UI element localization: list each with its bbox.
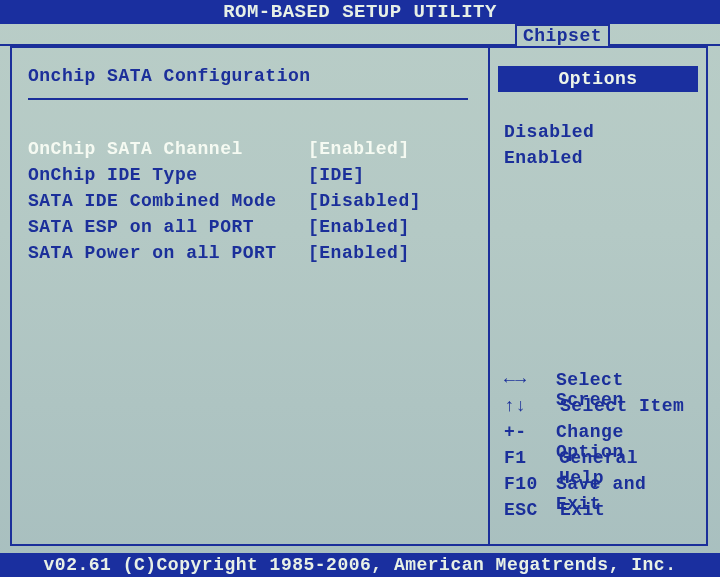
hint-key: ←→ — [504, 370, 556, 396]
option-enabled[interactable]: Enabled — [504, 148, 692, 174]
hint-key: +- — [504, 422, 556, 448]
key-hints: ←→ Select Screen ↑↓ Select Item +- Chang… — [490, 370, 706, 544]
hint-key: F1 — [504, 448, 559, 474]
hint-key: ESC — [504, 500, 560, 526]
hint-exit: ESC Exit — [504, 500, 692, 526]
hint-save-exit: F10 Save and Exit — [504, 474, 692, 500]
settings-pane: Onchip SATA Configuration OnChip SATA Ch… — [12, 48, 488, 544]
hint-general-help: F1 General Help — [504, 448, 692, 474]
setting-label: OnChip SATA Channel — [28, 139, 308, 159]
setting-value: [Enabled] — [308, 243, 410, 263]
hint-select-screen: ←→ Select Screen — [504, 370, 692, 396]
option-disabled[interactable]: Disabled — [504, 122, 692, 148]
hint-text: Change Option — [556, 422, 692, 448]
section-title: Onchip SATA Configuration — [28, 66, 468, 100]
setting-value: [Enabled] — [308, 139, 410, 159]
tab-chipset[interactable]: Chipset — [515, 24, 610, 46]
setting-value: [Disabled] — [308, 191, 421, 211]
hint-change-option: +- Change Option — [504, 422, 692, 448]
tab-label: Chipset — [523, 26, 602, 46]
title-bar: ROM-BASED SETUP UTILITY — [0, 0, 720, 24]
options-list: Disabled Enabled — [490, 92, 706, 184]
setting-label: SATA ESP on all PORT — [28, 217, 308, 237]
setting-sata-power-all-port[interactable]: SATA Power on all PORT [Enabled] — [28, 240, 468, 266]
setting-label: SATA Power on all PORT — [28, 243, 308, 263]
options-header: Options — [498, 66, 698, 92]
hint-text: Save and Exit — [556, 474, 692, 500]
setting-value: [Enabled] — [308, 217, 410, 237]
hint-select-item: ↑↓ Select Item — [504, 396, 692, 422]
footer-bar: v02.61 (C)Copyright 1985-2006, American … — [0, 553, 720, 577]
setting-onchip-sata-channel[interactable]: OnChip SATA Channel [Enabled] — [28, 136, 468, 162]
title-text: ROM-BASED SETUP UTILITY — [223, 1, 497, 23]
setting-sata-ide-combined-mode[interactable]: SATA IDE Combined Mode [Disabled] — [28, 188, 468, 214]
hint-text: General Help — [559, 448, 692, 474]
bios-screen: ROM-BASED SETUP UTILITY Chipset Onchip S… — [0, 0, 720, 577]
hint-text: Select Screen — [556, 370, 692, 396]
setting-label: SATA IDE Combined Mode — [28, 191, 308, 211]
setting-sata-esp-all-port[interactable]: SATA ESP on all PORT [Enabled] — [28, 214, 468, 240]
options-pane: Options Disabled Enabled ←→ Select Scree… — [488, 48, 706, 544]
footer-text: v02.61 (C)Copyright 1985-2006, American … — [44, 555, 677, 575]
hint-key: F10 — [504, 474, 556, 500]
hint-text: Exit — [560, 500, 605, 526]
setting-label: OnChip IDE Type — [28, 165, 308, 185]
tab-strip: Chipset — [0, 24, 720, 46]
work-area: Onchip SATA Configuration OnChip SATA Ch… — [10, 46, 708, 546]
hint-text: Select Item — [560, 396, 684, 422]
setting-value: [IDE] — [308, 165, 365, 185]
setting-onchip-ide-type[interactable]: OnChip IDE Type [IDE] — [28, 162, 468, 188]
hint-key: ↑↓ — [504, 396, 560, 422]
